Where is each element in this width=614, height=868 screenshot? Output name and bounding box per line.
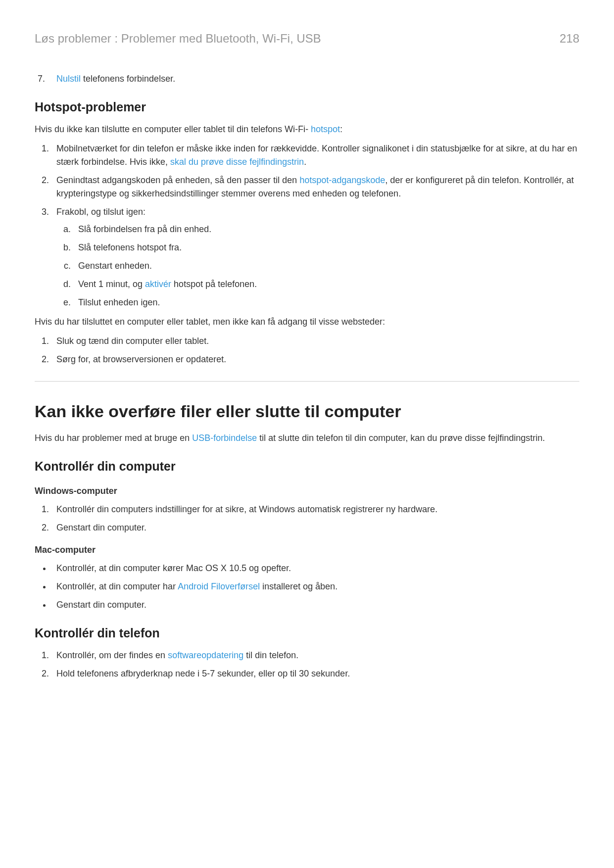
- list-item: Genstart din computer.: [51, 521, 579, 534]
- windows-subhead: Windows-computer: [35, 484, 579, 498]
- mac-steps: Kontrollér, at din computer kører Mac OS…: [35, 562, 579, 612]
- list-item: Hold telefonens afbryderknap nede i 5-7 …: [51, 667, 579, 680]
- list-item: Kontrollér din computers indstillinger f…: [51, 503, 579, 516]
- hotspot-password-link[interactable]: hotspot-adgangskode: [299, 175, 385, 185]
- list-item: Nulstil telefonens forbindelser.: [51, 72, 579, 86]
- list-item: Vent 1 minut, og aktivér hotspot på tele…: [73, 278, 579, 291]
- page-number: 218: [560, 30, 579, 48]
- list-item: Kontrollér, om der findes en softwareopd…: [51, 649, 579, 662]
- list-item: Tilslut enheden igen.: [73, 296, 579, 309]
- transfer-intro: Hvis du har problemer med at bruge en US…: [35, 432, 579, 445]
- page-header: Løs problemer : Problemer med Bluetooth,…: [35, 30, 579, 48]
- list-item: Genstart enheden.: [73, 259, 579, 273]
- text: Hvis du har problemer med at bruge en: [35, 433, 192, 443]
- software-update-link[interactable]: softwareopdatering: [168, 650, 243, 660]
- checkphone-heading: Kontrollér din telefon: [35, 624, 579, 643]
- usb-link[interactable]: USB-forbindelse: [192, 433, 257, 443]
- checkpc-heading: Kontrollér din computer: [35, 457, 579, 476]
- troubleshoot-link[interactable]: skal du prøve disse fejlfindingstrin: [170, 157, 304, 167]
- list-item: Slå telefonens hotspot fra.: [73, 241, 579, 254]
- hotspot-heading: Hotspot-problemer: [35, 98, 579, 117]
- transfer-heading: Kan ikke overføre filer eller slutte til…: [35, 399, 579, 424]
- breadcrumb: Løs problemer : Problemer med Bluetooth,…: [35, 30, 321, 48]
- continued-list: Nulstil telefonens forbindelser.: [35, 72, 579, 86]
- text: .: [304, 157, 306, 167]
- android-file-transfer-link[interactable]: Android Filoverførsel: [178, 581, 260, 591]
- text: Kontrollér, om der findes en: [56, 650, 168, 660]
- text: telefonens forbindelser.: [81, 74, 175, 84]
- activate-link[interactable]: aktivér: [145, 279, 171, 289]
- text: :: [340, 124, 342, 134]
- list-item: Genindtast adgangskoden på enheden, så d…: [51, 174, 579, 200]
- list-item: Frakobl, og tilslut igen: Slå forbindels…: [51, 205, 579, 309]
- mac-subhead: Mac-computer: [35, 543, 579, 557]
- hotspot-link[interactable]: hotspot: [311, 124, 340, 134]
- text: til at slutte din telefon til din comput…: [257, 433, 545, 443]
- hotspot-intro: Hvis du ikke kan tilslutte en computer e…: [35, 123, 579, 136]
- text: Mobilnetværket for din telefon er måske …: [56, 144, 577, 167]
- text: Genindtast adgangskoden på enheden, så d…: [56, 175, 299, 185]
- list-item: Sørg for, at browserversionen er opdater…: [51, 353, 579, 366]
- divider: [35, 381, 579, 382]
- list-item: Mobilnetværket for din telefon er måske …: [51, 142, 579, 169]
- hotspot-steps: Mobilnetværket for din telefon er måske …: [35, 142, 579, 309]
- text: Kontrollér, at din computer har: [56, 581, 178, 591]
- reset-link[interactable]: Nulstil: [56, 74, 81, 84]
- list-item: Kontrollér, at din computer kører Mac OS…: [51, 562, 579, 575]
- text: Hvis du ikke kan tilslutte en computer e…: [35, 124, 311, 134]
- windows-steps: Kontrollér din computers indstillinger f…: [35, 503, 579, 534]
- list-item: Sluk og tænd din computer eller tablet.: [51, 335, 579, 348]
- text: hotspot på telefonen.: [171, 279, 257, 289]
- hotspot-mid-steps: Sluk og tænd din computer eller tablet. …: [35, 335, 579, 366]
- hotspot-mid: Hvis du har tilsluttet en computer eller…: [35, 315, 579, 329]
- text: til din telefon.: [243, 650, 298, 660]
- text: Frakobl, og tilslut igen:: [56, 207, 145, 217]
- text: Vent 1 minut, og: [78, 279, 145, 289]
- text: installeret og åben.: [260, 581, 337, 591]
- list-item: Genstart din computer.: [51, 598, 579, 612]
- list-item: Slå forbindelsen fra på din enhed.: [73, 223, 579, 236]
- list-item: Kontrollér, at din computer har Android …: [51, 580, 579, 593]
- checkphone-steps: Kontrollér, om der findes en softwareopd…: [35, 649, 579, 680]
- hotspot-substeps: Slå forbindelsen fra på din enhed. Slå t…: [56, 223, 579, 309]
